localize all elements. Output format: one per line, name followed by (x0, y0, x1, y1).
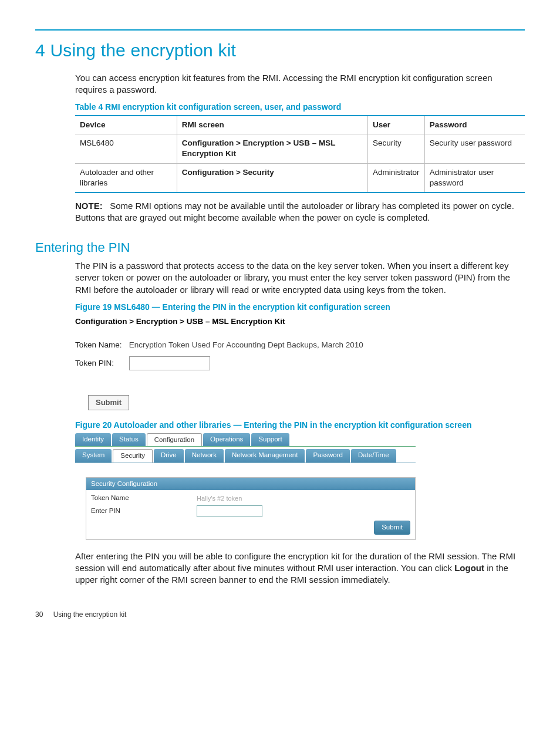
cell-device: MSL6480 (75, 134, 177, 163)
cell-user: Security (368, 134, 425, 163)
fig20-token-name-label: Token Name (91, 494, 197, 503)
table-row: MSL6480 Configuration > Encryption > USB… (75, 134, 525, 163)
fig20-enter-pin-label: Enter PIN (91, 507, 197, 516)
cell-password: Security user password (424, 134, 525, 163)
note-label: NOTE: (75, 201, 103, 211)
subtab-drive[interactable]: Drive (154, 449, 184, 463)
section-entering-pin: Entering the PIN (35, 239, 525, 256)
subtab-network[interactable]: Network (185, 449, 224, 463)
intro-paragraph: You can access encryption kit features f… (75, 72, 525, 96)
note-text: Some RMI options may not be available un… (75, 201, 514, 222)
figure19-title: Figure 19 MSL6480 — Entering the PIN in … (75, 302, 525, 313)
tab-operations[interactable]: Operations (203, 433, 250, 447)
th-rmi-screen: RMI screen (177, 116, 367, 134)
tab-status[interactable]: Status (112, 433, 146, 447)
fig19-token-name-value: Encryption Token Used For Accounting Dep… (129, 340, 363, 349)
fig20-submit-button[interactable]: Submit (374, 521, 410, 535)
pin-paragraph: The PIN is a password that protects acce… (75, 260, 525, 296)
page-footer: 30 Using the encryption kit (35, 610, 525, 619)
fig20-tabrow2: System Security Drive Network Network Ma… (75, 449, 416, 463)
tab-support[interactable]: Support (251, 433, 289, 447)
fig20-pin-input[interactable] (197, 505, 262, 517)
figure20-screenshot: Identity Status Configuration Operations… (75, 433, 416, 540)
cell-password: Administrator user password (424, 163, 525, 193)
after-pin-paragraph: After entering the PIN you will be able … (75, 551, 525, 586)
table-row: Autoloader and other libraries Configura… (75, 163, 525, 193)
page-number: 30 (35, 610, 43, 619)
tab-identity[interactable]: Identity (75, 433, 111, 447)
fig20-box-title: Security Configuration (86, 478, 415, 491)
note-paragraph: NOTE: Some RMI options may not be availa… (75, 200, 525, 224)
fig20-token-name-value: Hally's #2 token (197, 494, 242, 503)
tab-configuration[interactable]: Configuration (147, 433, 202, 447)
footer-title: Using the encryption kit (53, 610, 127, 619)
figure20-title: Figure 20 Autoloader and other libraries… (75, 420, 525, 431)
subtab-password[interactable]: Password (306, 449, 350, 463)
cell-screen: Configuration > Security (177, 163, 367, 193)
table4: Device RMI screen User Password MSL6480 … (75, 115, 525, 193)
fig20-tabrow1: Identity Status Configuration Operations… (75, 433, 416, 447)
fig19-breadcrumb: Configuration > Encryption > USB – MSL E… (75, 316, 525, 327)
th-user: User (368, 116, 425, 134)
figure19-screenshot: Configuration > Encryption > USB – MSL E… (75, 316, 525, 410)
logout-bold: Logout (454, 563, 484, 573)
cell-device: Autoloader and other libraries (75, 163, 177, 193)
cell-user: Administrator (368, 163, 425, 193)
after-pin-text-1: After entering the PIN you will be able … (75, 551, 515, 573)
fig20-security-box: Security Configuration Token Name Hally'… (86, 477, 416, 540)
subtab-network-management[interactable]: Network Management (225, 449, 305, 463)
fig19-token-pin-label: Token PIN: (75, 358, 127, 369)
subtab-system[interactable]: System (75, 449, 112, 463)
th-password: Password (424, 116, 525, 134)
th-device: Device (75, 116, 177, 134)
fig19-token-name-label: Token Name: (75, 340, 127, 350)
subtab-security[interactable]: Security (113, 449, 153, 463)
subtab-datetime[interactable]: Date/Time (351, 449, 396, 463)
chapter-title: 4 Using the encryption kit (35, 39, 525, 63)
top-rule (35, 29, 525, 31)
fig19-submit-button[interactable]: Submit (88, 395, 129, 410)
cell-screen: Configuration > Encryption > USB – MSL E… (177, 134, 367, 163)
table4-title: Table 4 RMI encryption kit configuration… (75, 102, 525, 113)
fig19-token-pin-input[interactable] (129, 356, 210, 370)
